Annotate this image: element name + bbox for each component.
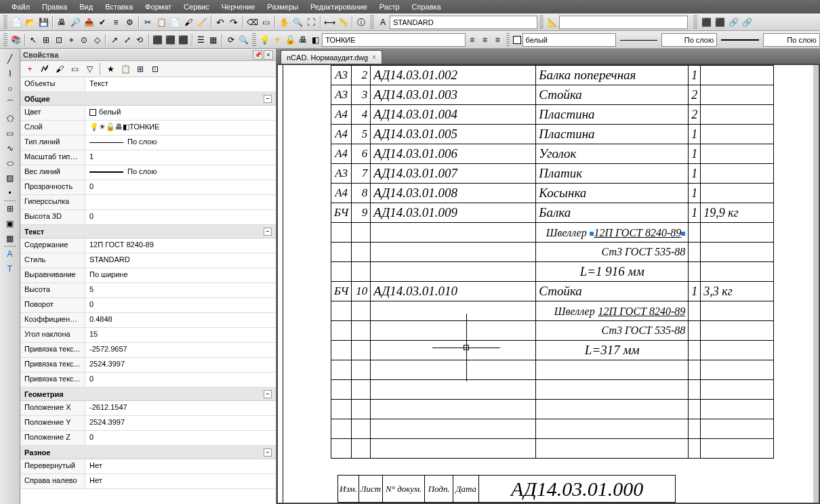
table-tool-icon[interactable]: ▦ [4, 232, 16, 245]
redo-icon[interactable] [228, 16, 240, 28]
group-text[interactable]: Текст− [20, 225, 276, 238]
block1-icon[interactable]: ⬛ [152, 34, 163, 46]
zoom-window-icon[interactable] [291, 16, 304, 28]
pin-icon[interactable]: 📌 [253, 50, 262, 60]
grip-icon[interactable] [3, 16, 7, 29]
erase-icon[interactable]: ⌫ [246, 16, 258, 28]
measure-icon[interactable]: 📏 [337, 16, 349, 28]
close-icon[interactable]: × [264, 50, 273, 60]
drawing-viewport[interactable]: А32АД14.03.01.002Балка поперечная1А33АД1… [276, 64, 820, 504]
brush-icon[interactable]: 🧹 [196, 16, 208, 28]
snap3-icon[interactable]: ⌖ [66, 34, 77, 46]
object-type-value[interactable]: Текст [85, 77, 276, 91]
app4-icon[interactable]: 🔗 [741, 16, 753, 28]
refresh-icon[interactable]: ⟳ [225, 34, 237, 46]
app3-icon[interactable]: 🔗 [727, 16, 739, 28]
pick-add-icon[interactable]: + [24, 63, 36, 75]
vertical-scrollbar[interactable] [813, 65, 819, 503]
menu-dim[interactable]: Размеры [261, 1, 304, 12]
print-icon[interactable]: 🖶 [56, 16, 68, 28]
grip-icon[interactable] [539, 16, 544, 29]
hatch-icon[interactable]: ▨ [4, 172, 16, 184]
group-general[interactable]: Общие− [20, 92, 276, 106]
snap1-icon[interactable]: ⊞ [40, 34, 52, 46]
snap5-icon[interactable]: ◇ [91, 34, 103, 46]
layer-iso-icon[interactable]: ≡ [479, 34, 491, 46]
menu-raster[interactable]: Растр [373, 1, 406, 12]
dimstyle-icon[interactable]: 📐 [546, 16, 558, 28]
layer-combo[interactable] [322, 33, 466, 47]
spline-icon[interactable]: ∿ [4, 142, 16, 154]
new-icon[interactable] [10, 16, 22, 28]
pickbrush-icon[interactable]: 🖌 [54, 63, 66, 75]
undo-icon[interactable] [214, 16, 226, 28]
ellipse-icon[interactable]: ⬭ [4, 157, 16, 169]
cut-icon[interactable] [142, 16, 154, 28]
menu-modify[interactable]: Редактирование [304, 1, 373, 12]
preview-icon[interactable]: 🔎 [69, 16, 81, 28]
table-icon[interactable]: ▦ [208, 34, 220, 46]
document-tab[interactable]: nCAD. Нормааудит.dwg× [281, 50, 382, 64]
sun-icon[interactable]: ☀ [272, 34, 283, 46]
props2-icon[interactable]: ⊞ [134, 63, 146, 75]
arc-icon[interactable]: ⌒ [4, 98, 16, 110]
props3-icon[interactable]: ⊡ [149, 63, 161, 75]
modify2-icon[interactable]: ⤢ [121, 34, 133, 46]
block-icon[interactable]: ⊞ [4, 203, 16, 215]
menu-insert[interactable]: Вставка [99, 1, 139, 12]
pickwin-icon[interactable]: ▭ [68, 63, 81, 75]
modify1-icon[interactable]: ↗ [108, 34, 120, 46]
grip-icon[interactable] [370, 16, 374, 29]
menu-file[interactable]: Файл [5, 1, 36, 12]
find-icon[interactable]: 🔍 [238, 34, 249, 46]
menu-draw[interactable]: Черчение [216, 1, 262, 12]
zoom-extents-icon[interactable]: ⛶ [305, 16, 317, 28]
polygon-icon[interactable]: ⬠ [4, 112, 16, 125]
props1-icon[interactable]: 📋 [119, 63, 131, 75]
open-icon[interactable] [24, 16, 36, 28]
paste-icon[interactable]: 📄 [169, 16, 181, 28]
pan-icon[interactable]: ✋ [278, 16, 290, 28]
qselect-icon[interactable]: 🗲 [39, 63, 51, 75]
grip-icon[interactable] [693, 16, 697, 29]
info-icon[interactable]: ⓘ [355, 16, 367, 28]
menu-service[interactable]: Сервис [178, 1, 216, 12]
audit-icon[interactable]: ⚙ [123, 16, 136, 28]
linetype-combo[interactable] [661, 33, 717, 47]
block2-icon[interactable]: ⬛ [165, 34, 176, 46]
menu-view[interactable]: Вид [73, 1, 99, 12]
block3-icon[interactable]: ⬛ [178, 34, 189, 46]
menu-edit[interactable]: Правка [36, 1, 73, 12]
swatch-icon[interactable]: ◧ [310, 34, 321, 46]
lock-icon[interactable]: 🔓 [285, 34, 296, 46]
highlight-icon[interactable]: ★ [104, 63, 117, 75]
bulb-icon[interactable]: 💡 [259, 34, 270, 46]
lineweight-combo[interactable] [763, 33, 820, 47]
grip-icon[interactable] [3, 33, 7, 47]
app1-icon[interactable]: ⬛ [700, 16, 712, 28]
dim-style-input[interactable] [559, 16, 688, 29]
mtext-icon[interactable]: A [4, 248, 16, 260]
app2-icon[interactable]: ⬛ [714, 16, 726, 28]
text-icon[interactable]: T [4, 263, 16, 275]
menu-format[interactable]: Формат [139, 1, 178, 12]
save-icon[interactable] [37, 16, 49, 28]
list-icon[interactable]: ☰ [195, 34, 207, 46]
menu-help[interactable]: Справка [406, 1, 447, 12]
pline-icon[interactable]: ⌇ [4, 68, 16, 80]
textstyle-icon[interactable]: A [377, 16, 389, 28]
snap4-icon[interactable]: ⊙ [79, 34, 90, 46]
text-style-input[interactable] [390, 16, 537, 29]
modify3-icon[interactable]: ⟲ [134, 34, 146, 46]
layers-mgr-icon[interactable]: 📚 [10, 34, 22, 46]
layer-prev-icon[interactable]: ≡ [466, 34, 478, 46]
match-icon[interactable]: 🖌 [182, 16, 194, 28]
check-icon[interactable]: ✔ [96, 16, 108, 28]
grip-icon[interactable] [506, 33, 510, 47]
group-misc[interactable]: Разное− [20, 446, 276, 459]
color-combo[interactable] [522, 33, 616, 47]
plot-icon[interactable]: 🖶 [298, 34, 309, 46]
close-tab-icon[interactable]: × [372, 54, 376, 61]
circle-icon[interactable]: ○ [4, 83, 16, 95]
publish-icon[interactable]: 📤 [83, 16, 95, 28]
